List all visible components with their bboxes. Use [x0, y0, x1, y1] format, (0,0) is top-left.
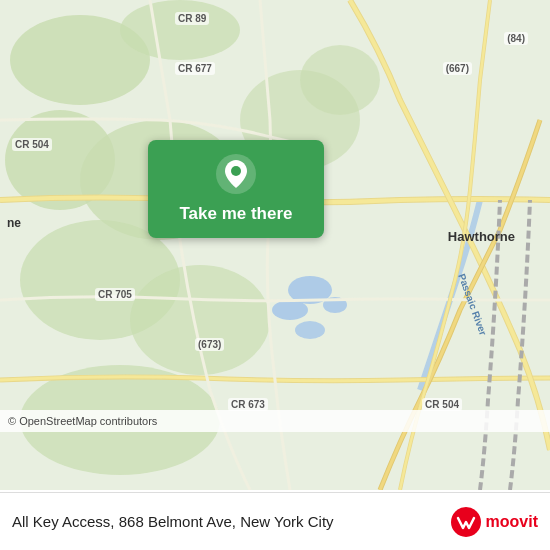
map-pin-icon — [214, 152, 258, 196]
bottom-bar: All Key Access, 868 Belmont Ave, New Yor… — [0, 492, 550, 550]
location-text: All Key Access, 868 Belmont Ave, New Yor… — [12, 513, 450, 530]
moovit-icon-svg — [450, 506, 482, 538]
attribution-bar: © OpenStreetMap contributors — [0, 410, 550, 432]
moovit-logo: moovit — [450, 506, 538, 538]
attribution-text: © OpenStreetMap contributors — [8, 415, 157, 427]
svg-point-16 — [231, 166, 241, 176]
svg-point-2 — [120, 0, 240, 60]
svg-point-13 — [295, 321, 325, 339]
map-container: CR 89 CR 677 (84) (667) CR 504 CR 705 (6… — [0, 0, 550, 490]
svg-point-9 — [300, 45, 380, 115]
moovit-label: moovit — [486, 513, 538, 531]
take-me-there-card[interactable]: Take me there — [148, 140, 324, 238]
svg-point-7 — [130, 265, 270, 375]
svg-point-11 — [272, 300, 308, 320]
take-me-there-button[interactable]: Take me there — [179, 204, 292, 224]
